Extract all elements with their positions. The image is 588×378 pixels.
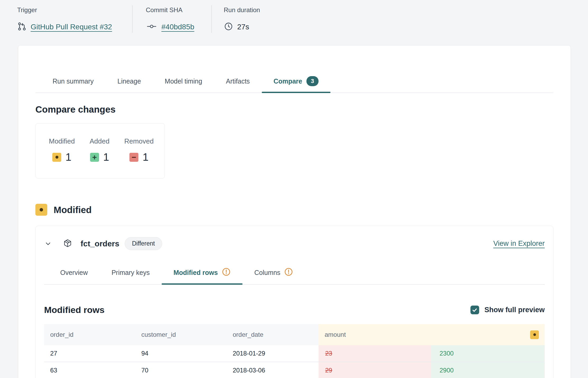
summary-modified-label: Modified (49, 137, 75, 145)
pull-request-icon (17, 22, 27, 32)
modified-icon (52, 153, 61, 162)
commit-meta: Commit SHA #40bd85b (132, 5, 211, 33)
table-cell: 94 (135, 345, 227, 362)
added-icon: + (90, 153, 99, 162)
trigger-link[interactable]: GitHub Pull Request #32 (31, 23, 112, 31)
checkbox-checked-icon[interactable] (470, 306, 479, 314)
model-name: fct_orders (81, 239, 119, 248)
removed-icon: − (129, 153, 138, 162)
clock-icon (224, 22, 233, 32)
modified-section-header: Modified (35, 204, 553, 216)
modified-rows-heading: Modified rows (44, 305, 105, 315)
summary-added-count: 1 (103, 151, 109, 163)
table-cell-amount-new: 2300 (431, 345, 545, 362)
column-header-amount: amount (319, 324, 545, 345)
compare-changes-heading: Compare changes (35, 104, 553, 115)
duration-value: 27s (237, 23, 249, 31)
modified-rows-panel: Modified rows Show full preview order_id… (36, 305, 553, 378)
tab-run-summary[interactable]: Run summary (41, 72, 106, 93)
model-subtabs: Overview Primary keys Modified rows Colu… (44, 264, 545, 285)
summary-modified: Modified 1 (49, 137, 75, 178)
summary-added: Added + 1 (90, 137, 109, 178)
table-cell: 63 (44, 362, 135, 378)
warning-icon (222, 268, 231, 278)
column-header-order-date: order_date (227, 324, 319, 345)
commit-icon (146, 22, 157, 31)
duration-meta: Run duration 27s (211, 5, 276, 33)
commit-link[interactable]: #40bd85b (161, 23, 194, 31)
tab-compare[interactable]: Compare 3 (262, 72, 330, 93)
subtab-modified-rows[interactable]: Modified rows (162, 264, 242, 284)
table-cell: 2018-03-06 (227, 362, 319, 378)
run-meta-bar: Trigger GitHub Pull Request #32 Commit S… (0, 5, 276, 33)
run-tabs: Run summary Lineage Model timing Artifac… (35, 72, 553, 93)
tab-artifacts[interactable]: Artifacts (214, 72, 262, 93)
model-card-header: fct_orders Different View in Explorer (36, 226, 553, 250)
tab-lineage[interactable]: Lineage (106, 72, 153, 93)
summary-added-label: Added (90, 137, 109, 145)
table-cell-amount-old: 23 (319, 345, 431, 362)
summary-modified-count: 1 (66, 151, 71, 163)
compare-summary-card: Modified 1 Added + 1 Removed − 1 (35, 123, 165, 178)
subtab-overview[interactable]: Overview (48, 264, 100, 284)
table-cell: 70 (135, 362, 227, 378)
duration-label: Run duration (224, 5, 260, 14)
summary-removed: Removed − 1 (124, 137, 153, 178)
table-cell: 2018-01-29 (227, 345, 319, 362)
run-detail-card: Run summary Lineage Model timing Artifac… (18, 45, 571, 378)
model-cube-icon (63, 238, 72, 249)
trigger-meta: Trigger GitHub Pull Request #32 (0, 5, 132, 33)
model-card-fct-orders: fct_orders Different View in Explorer Ov… (35, 226, 553, 378)
chevron-down-icon[interactable] (45, 240, 52, 247)
modified-section-icon (35, 204, 47, 216)
modified-rows-table: order_id customer_id order_date amount 2… (44, 324, 545, 378)
modified-column-icon (530, 330, 539, 339)
show-full-preview-checkbox[interactable]: Show full preview (470, 306, 545, 314)
table-cell-amount-old: 29 (319, 362, 431, 378)
view-in-explorer-link[interactable]: View in Explorer (493, 239, 545, 248)
column-header-order-id: order_id (44, 324, 135, 345)
status-badge: Different (125, 237, 162, 250)
tab-model-timing[interactable]: Model timing (153, 72, 214, 93)
subtab-columns[interactable]: Columns (242, 264, 305, 284)
table-cell: 27 (44, 345, 135, 362)
subtab-primary-keys[interactable]: Primary keys (100, 264, 161, 284)
trigger-label: Trigger (17, 5, 132, 14)
show-full-preview-label: Show full preview (484, 306, 545, 314)
column-header-customer-id: customer_id (135, 324, 227, 345)
table-cell-amount-new: 2900 (431, 362, 545, 378)
summary-removed-label: Removed (124, 137, 153, 145)
commit-label: Commit SHA (146, 5, 211, 14)
compare-count-badge: 3 (306, 76, 319, 86)
modified-section-title: Modified (54, 205, 92, 215)
summary-removed-count: 1 (143, 151, 148, 163)
warning-icon (284, 268, 293, 278)
